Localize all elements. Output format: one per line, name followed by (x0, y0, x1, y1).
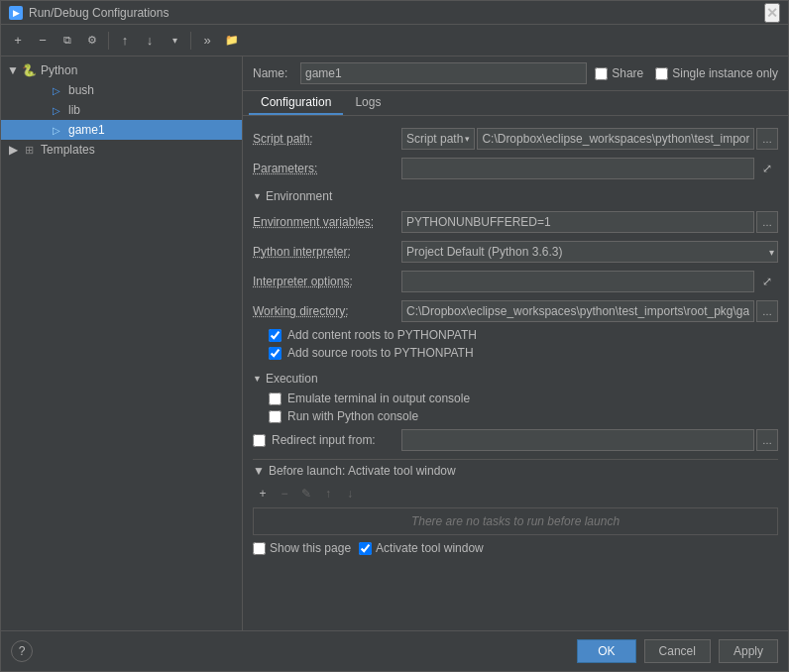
bush-label: bush (68, 83, 94, 97)
redirect-input-input[interactable] (401, 429, 754, 451)
script-path-browse-button[interactable]: … (756, 128, 778, 150)
dropdown-button[interactable]: ▾ (164, 30, 185, 52)
share-checkbox[interactable] (595, 67, 608, 80)
before-launch-add-button[interactable]: + (253, 484, 273, 504)
working-directory-label: Working directory: (253, 304, 401, 318)
before-launch-section: ▼ Before launch: Activate tool window + … (253, 459, 778, 559)
add-content-roots-checkbox[interactable] (269, 329, 282, 342)
folder-button[interactable]: 📁 (221, 30, 243, 52)
before-launch-remove-button[interactable]: − (275, 484, 294, 504)
before-launch-header[interactable]: ▼ Before launch: Activate tool window (253, 460, 778, 482)
toolbar-separator-1 (108, 32, 109, 50)
working-directory-browse-button[interactable]: … (756, 300, 778, 322)
environment-section-header[interactable]: ▼ Environment (253, 183, 778, 207)
bush-icon: ▷ (49, 82, 64, 98)
templates-label: Templates (41, 143, 95, 157)
redirect-input-label: Redirect input from: (272, 433, 376, 447)
before-launch-up-button[interactable]: ↑ (318, 484, 338, 504)
add-content-roots-label[interactable]: Add content roots to PYTHONPATH (269, 328, 477, 342)
close-button[interactable]: ✕ (764, 3, 780, 23)
interpreter-options-input-wrap: ⤢ (401, 271, 778, 292)
apply-button[interactable]: Apply (719, 639, 778, 663)
script-path-input[interactable] (477, 128, 754, 150)
lib-label: lib (68, 103, 80, 117)
more-button[interactable]: » (196, 30, 218, 52)
show-page-checkbox[interactable] (253, 542, 266, 555)
redirect-input-browse-button[interactable]: … (756, 429, 778, 451)
env-vars-input[interactable] (401, 211, 754, 233)
tree-item-lib[interactable]: ▷ lib (1, 100, 242, 120)
left-panel: ▼ 🐍 Python ▷ bush ▷ lib (1, 56, 243, 630)
move-up-button[interactable]: ↑ (114, 30, 136, 52)
copy-config-button[interactable]: ⧉ (56, 30, 78, 52)
single-instance-label: Single instance only (672, 66, 778, 80)
show-page-label[interactable]: Show this page (253, 541, 351, 555)
run-python-console-checkbox[interactable] (269, 410, 282, 423)
emulate-terminal-label[interactable]: Emulate terminal in output console (269, 392, 470, 405)
tab-configuration[interactable]: Configuration (249, 91, 343, 115)
add-source-roots-checkbox[interactable] (269, 347, 282, 360)
script-path-dropdown[interactable]: Script path ▾ (401, 128, 475, 150)
tree-item-templates[interactable]: ▶ ⊞ Templates (1, 140, 242, 160)
add-content-roots-row: Add content roots to PYTHONPATH (253, 326, 778, 344)
title-bar: ▶ Run/Debug Configurations ✕ (1, 1, 788, 25)
name-checkboxes: Share Single instance only (595, 66, 778, 80)
parameters-expand-button[interactable]: ⤢ (756, 158, 778, 179)
parameters-input[interactable] (401, 158, 754, 179)
redirect-input-checkbox[interactable] (253, 434, 266, 447)
game1-icon: ▷ (49, 122, 64, 138)
before-launch-title: Before launch: Activate tool window (269, 464, 456, 478)
python-group-label: Python (41, 63, 77, 77)
activate-tool-label[interactable]: Activate tool window (359, 541, 484, 555)
show-page-row: Show this page Activate tool window (253, 537, 778, 559)
lib-icon: ▷ (49, 102, 64, 118)
remove-config-button[interactable]: − (32, 30, 54, 52)
emulate-terminal-row: Emulate terminal in output console (253, 390, 778, 407)
env-vars-input-wrap: … (401, 211, 778, 233)
script-path-input-wrap: Script path ▾ … (401, 128, 778, 150)
run-python-console-label[interactable]: Run with Python console (269, 409, 418, 423)
parameters-row: Parameters: ⤢ (253, 154, 778, 183)
share-checkbox-label[interactable]: Share (595, 66, 643, 80)
before-launch-collapse-icon: ▼ (253, 464, 265, 478)
single-instance-checkbox[interactable] (655, 67, 668, 80)
add-source-roots-label[interactable]: Add source roots to PYTHONPATH (269, 346, 474, 360)
python-interpreter-select[interactable]: Project Default (Python 3.6.3) (401, 241, 778, 263)
env-vars-browse-button[interactable]: … (756, 211, 778, 233)
move-down-button[interactable]: ↓ (139, 30, 161, 52)
add-config-button[interactable]: + (7, 30, 29, 52)
templates-icon: ⊞ (21, 142, 37, 158)
environment-collapse-icon: ▼ (253, 191, 262, 201)
working-directory-input[interactable] (401, 300, 754, 322)
single-instance-checkbox-label[interactable]: Single instance only (655, 66, 778, 80)
execution-section-header[interactable]: ▼ Execution (253, 366, 778, 390)
cancel-button[interactable]: Cancel (644, 639, 711, 663)
window-title: Run/Debug Configurations (29, 6, 169, 20)
tree-item-python[interactable]: ▼ 🐍 Python (1, 60, 242, 80)
redirect-input-wrap: … (401, 429, 778, 451)
activate-tool-checkbox[interactable] (359, 542, 372, 555)
settings-button[interactable]: ⚙ (81, 30, 103, 52)
tree-item-game1[interactable]: ▷ game1 (1, 120, 242, 140)
env-vars-row: Environment variables: … (253, 207, 778, 237)
env-vars-label: Environment variables: (253, 215, 401, 229)
interpreter-options-label: Interpreter options: (253, 275, 401, 288)
run-python-console-row: Run with Python console (253, 407, 778, 425)
python-interpreter-select-wrap: Project Default (Python 3.6.3) ▾ (401, 241, 778, 263)
script-path-label: Script path: (253, 132, 401, 146)
tab-logs[interactable]: Logs (343, 91, 393, 115)
ok-button[interactable]: OK (577, 639, 635, 663)
before-launch-edit-button[interactable]: ✎ (296, 484, 316, 504)
tabs: Configuration Logs (243, 91, 788, 116)
add-source-roots-row: Add source roots to PYTHONPATH (253, 344, 778, 362)
help-button[interactable]: ? (11, 640, 33, 662)
emulate-terminal-checkbox[interactable] (269, 392, 282, 405)
name-input[interactable] (300, 62, 587, 84)
tree-item-bush[interactable]: ▷ bush (1, 80, 242, 100)
execution-section-title: Execution (266, 372, 318, 386)
right-panel: Name: Share Single instance only Configu… (243, 56, 788, 630)
before-launch-down-button[interactable]: ↓ (340, 484, 360, 504)
interpreter-options-input[interactable] (401, 271, 754, 292)
interpreter-options-expand-button[interactable]: ⤢ (756, 271, 778, 292)
config-panel: Script path: Script path ▾ … Parameters: (243, 116, 788, 630)
